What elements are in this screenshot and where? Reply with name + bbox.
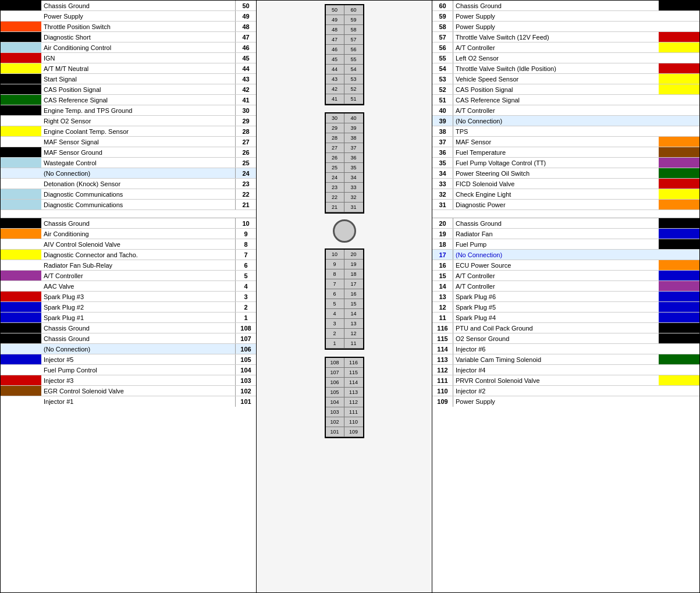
pin-number: 60: [432, 1, 453, 10]
pin-cell: 17: [344, 279, 363, 289]
pin-cell: 47: [326, 35, 344, 44]
pin-cell: 32: [344, 193, 363, 202]
wire-color-swatch: [1, 22, 41, 31]
pin-cell: 15: [344, 299, 363, 308]
pin-label: IGN: [41, 55, 235, 62]
pin-cell: 28: [326, 133, 344, 143]
pin-label: Air Conditioning Control: [41, 44, 235, 51]
pin-number: 21: [235, 200, 256, 209]
wire-color-swatch: [1, 74, 41, 84]
pin-label: Fuel Pump Voltage Control (TT): [453, 159, 659, 166]
pin-number: 5: [235, 271, 256, 280]
pin-cell: 109: [344, 427, 363, 436]
table-row: Chassis Ground107: [1, 333, 256, 344]
table-row: 52CAS Position Signal: [432, 84, 699, 95]
table-row: 37MAF Sensor: [432, 137, 699, 147]
pin-label: A/T Controller: [453, 107, 659, 114]
table-row: 113Variable Cam Timing Solenoid: [432, 354, 699, 365]
pin-cell: 49: [326, 15, 344, 24]
pin-cell: 7: [326, 279, 344, 289]
pin-label: Injector #1: [41, 398, 235, 405]
table-row: 55Left O2 Sensor: [432, 53, 699, 63]
table-row: A/T M/T Neutral44: [1, 63, 256, 74]
pin-number: 108: [235, 323, 256, 333]
pin-label: Throttle Valve Switch (Idle Position): [453, 65, 659, 72]
table-row: EGR Control Solenoid Valve102: [1, 386, 256, 396]
pin-cell: 23: [326, 183, 344, 192]
pin-label: Spark Plug #2: [41, 304, 235, 311]
pin-cell: 27: [326, 143, 344, 152]
pin-label: Power Supply: [453, 23, 659, 30]
pin-cell: 39: [344, 123, 363, 133]
pin-cell: 114: [344, 378, 363, 387]
wire-color-swatch: [659, 1, 699, 10]
table-row: Chassis Ground10: [1, 218, 256, 229]
wire-color-swatch: [1, 179, 41, 189]
pin-number: 12: [432, 302, 453, 312]
wire-color-swatch: [659, 260, 699, 270]
pin-label: ECU Power Source: [453, 262, 659, 269]
pin-pair: 108116: [326, 358, 363, 368]
pin-number: 6: [235, 260, 256, 270]
pin-number: 32: [432, 189, 453, 199]
wire-color-swatch: [659, 292, 699, 301]
pin-cell: 8: [326, 269, 344, 279]
wire-color-swatch: [659, 158, 699, 168]
pin-pair: 4959: [326, 15, 363, 25]
pin-cell: 54: [344, 65, 363, 74]
pin-pair: 515: [326, 299, 363, 309]
wire-color-swatch: [659, 116, 699, 126]
pin-label: Throttle Position Switch: [41, 23, 235, 30]
pin-number: 43: [235, 74, 256, 84]
pin-number: 1: [235, 313, 256, 322]
pin-pair: 102110: [326, 417, 363, 427]
wire-color-swatch: [659, 229, 699, 239]
pin-label: Chassis Ground: [41, 2, 235, 9]
pin-pair: 106114: [326, 378, 363, 388]
pin-label: PTU and Coil Pack Ground: [453, 325, 659, 332]
pin-label: Injector #4: [453, 367, 659, 374]
wire-color-swatch: [1, 200, 41, 209]
pin-cell: 41: [326, 94, 344, 104]
table-row: Detonation (Knock) Sensor23: [1, 179, 256, 189]
table-row: Air Conditioning Control46: [1, 42, 256, 53]
pin-pair: 5060: [326, 5, 363, 15]
pin-cell: 115: [344, 368, 363, 377]
pin-cell: 29: [326, 123, 344, 133]
pin-pair: 2939: [326, 123, 363, 133]
pin-label: TPS: [453, 128, 659, 135]
pin-number: 16: [432, 260, 453, 270]
pin-label: Diagnostic Power: [453, 201, 659, 208]
pin-label: Detonation (Knock) Sensor: [41, 180, 235, 187]
pin-cell: 105: [326, 388, 344, 397]
table-row: 13Spark Plug #6: [432, 292, 699, 302]
table-row: 19Radiator Fan: [432, 229, 699, 239]
pin-number: 24: [235, 168, 256, 178]
pin-cell: 57: [344, 35, 363, 44]
wire-color-swatch: [659, 281, 699, 291]
table-row: 112Injector #4: [432, 365, 699, 375]
pin-number: 22: [235, 189, 256, 199]
pin-label: Injector #2: [453, 388, 659, 395]
table-row: 114Injector #6: [432, 344, 699, 354]
pin-pair: 4252: [326, 84, 363, 94]
pin-cell: 33: [344, 183, 363, 192]
pin-cell: 10: [326, 250, 344, 259]
pin-pair: 717: [326, 279, 363, 289]
pin-label: Injector #5: [41, 356, 235, 363]
pin-pair: 4353: [326, 74, 363, 84]
pin-number: 49: [235, 11, 256, 21]
table-row: MAF Sensor Signal27: [1, 137, 256, 147]
pin-label: Check Engine Light: [453, 191, 659, 198]
pin-number: 14: [432, 281, 453, 291]
table-row: 111PRVR Control Solenoid Valve: [432, 375, 699, 386]
wire-color-swatch: [659, 302, 699, 312]
table-row: 17(No Connection): [432, 250, 699, 260]
pin-number: 31: [432, 200, 453, 209]
table-row: 51CAS Reference Signal: [432, 95, 699, 105]
pin-label: A/T Controller: [41, 272, 235, 279]
pin-cell: 34: [344, 173, 363, 182]
pin-number: 57: [432, 32, 453, 42]
pin-label: Spark Plug #1: [41, 314, 235, 321]
table-row: 20Chassis Ground: [432, 218, 699, 229]
